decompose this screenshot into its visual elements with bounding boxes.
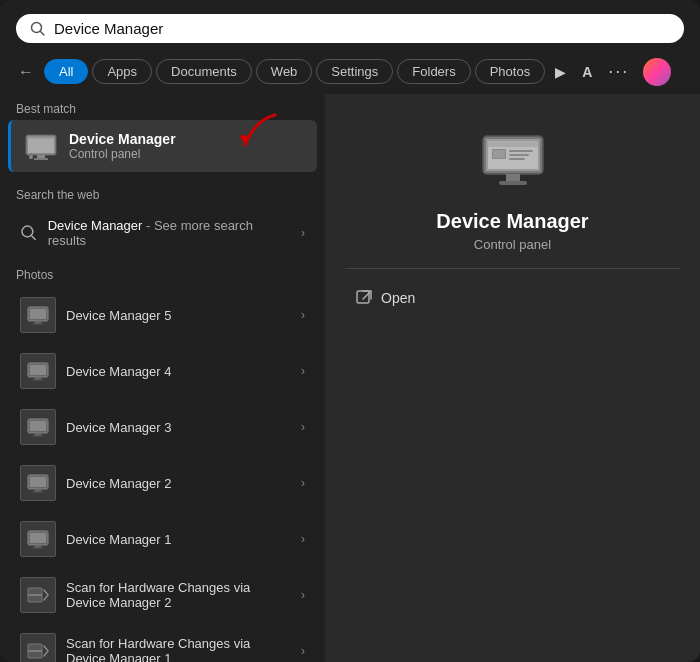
photo-thumb-icon xyxy=(20,409,56,445)
svg-line-1 xyxy=(41,31,45,35)
svg-rect-6 xyxy=(37,155,45,158)
best-match-title: Device Manager xyxy=(69,131,176,147)
list-item[interactable]: Device Manager 3 › xyxy=(8,400,317,454)
svg-rect-38 xyxy=(499,181,527,185)
svg-rect-16 xyxy=(30,365,46,375)
tab-photos[interactable]: Photos xyxy=(475,59,545,84)
best-match-text: Device Manager Control panel xyxy=(69,131,176,161)
svg-point-8 xyxy=(29,155,33,159)
photo-item-left: Device Manager 1 xyxy=(20,521,172,557)
chevron-right-icon: › xyxy=(301,644,305,658)
svg-rect-13 xyxy=(35,321,41,323)
svg-line-10 xyxy=(31,235,35,239)
scan-thumb-icon xyxy=(20,633,56,662)
web-search-left: Device Manager - See more search results xyxy=(20,218,291,248)
photo-item-left: Scan for Hardware Changes via Device Man… xyxy=(20,633,291,662)
device-manager-icon xyxy=(23,128,59,164)
list-item[interactable]: Device Manager 2 › xyxy=(8,456,317,510)
photo-item-text: Scan for Hardware Changes via Device Man… xyxy=(66,580,291,610)
svg-rect-40 xyxy=(488,141,538,147)
app-container: ← All Apps Documents Web Settings Folder… xyxy=(0,0,700,662)
open-button-label: Open xyxy=(381,290,415,306)
photo-thumb-icon xyxy=(20,353,56,389)
photo-item-left: Device Manager 4 xyxy=(20,353,172,389)
svg-rect-46 xyxy=(357,291,369,303)
tab-web[interactable]: Web xyxy=(256,59,313,84)
web-search-label: Search the web xyxy=(0,180,325,206)
web-search-text: Device Manager - See more search results xyxy=(48,218,291,248)
list-item[interactable]: Device Manager 4 › xyxy=(8,344,317,398)
photo-thumb-icon xyxy=(20,297,56,333)
svg-rect-4 xyxy=(28,137,54,153)
web-search-icon xyxy=(20,224,38,242)
photo-thumb-icon xyxy=(20,465,56,501)
svg-rect-5 xyxy=(28,137,54,139)
svg-rect-17 xyxy=(35,377,41,379)
list-item[interactable]: Device Manager 5 › xyxy=(8,288,317,342)
back-button[interactable]: ← xyxy=(12,59,40,85)
left-panel: Best match xyxy=(0,94,325,662)
tab-settings[interactable]: Settings xyxy=(316,59,393,84)
svg-rect-20 xyxy=(30,421,46,431)
chevron-right-icon: › xyxy=(301,420,305,434)
svg-rect-29 xyxy=(35,545,41,547)
open-link-icon xyxy=(355,289,373,307)
svg-rect-37 xyxy=(506,174,520,181)
chevron-right-icon: › xyxy=(301,532,305,546)
svg-rect-21 xyxy=(35,433,41,435)
svg-rect-42 xyxy=(493,150,505,158)
main-content: Best match xyxy=(0,94,700,662)
photo-item-left: Device Manager 5 xyxy=(20,297,172,333)
search-bar xyxy=(0,0,700,53)
tab-documents[interactable]: Documents xyxy=(156,59,252,84)
photo-item-left: Scan for Hardware Changes via Device Man… xyxy=(20,577,291,613)
tab-folders[interactable]: Folders xyxy=(397,59,470,84)
tab-apps[interactable]: Apps xyxy=(92,59,152,84)
photo-item-text: Device Manager 5 xyxy=(66,308,172,323)
svg-rect-25 xyxy=(35,489,41,491)
filter-tabs: ← All Apps Documents Web Settings Folder… xyxy=(0,53,700,94)
chevron-right-icon: › xyxy=(301,588,305,602)
svg-rect-26 xyxy=(33,491,43,493)
right-panel: Device Manager Control panel Open xyxy=(325,94,700,662)
svg-rect-14 xyxy=(33,323,43,325)
photo-thumb-icon xyxy=(20,521,56,557)
scan-thumb-icon xyxy=(20,577,56,613)
svg-rect-28 xyxy=(30,533,46,543)
divider xyxy=(345,268,680,269)
svg-rect-30 xyxy=(33,547,43,549)
photo-item-text: Scan for Hardware Changes via Device Man… xyxy=(66,636,291,662)
svg-rect-7 xyxy=(34,158,48,160)
list-item[interactable]: Scan for Hardware Changes via Device Man… xyxy=(8,568,317,622)
detail-title: Device Manager xyxy=(436,210,588,233)
svg-rect-44 xyxy=(509,154,529,156)
photos-label: Photos xyxy=(0,260,325,286)
avatar[interactable] xyxy=(643,58,671,86)
photo-item-text: Device Manager 1 xyxy=(66,532,172,547)
list-item[interactable]: Device Manager 1 › xyxy=(8,512,317,566)
more-button[interactable]: ··· xyxy=(602,57,635,86)
photo-item-text: Device Manager 4 xyxy=(66,364,172,379)
svg-rect-22 xyxy=(33,435,43,437)
best-match-item[interactable]: Device Manager Control panel xyxy=(8,120,317,172)
detail-device-manager-icon xyxy=(477,124,549,196)
chevron-right-icon: › xyxy=(301,364,305,378)
web-search-item[interactable]: Device Manager - See more search results… xyxy=(8,208,317,258)
play-button[interactable]: ▶ xyxy=(549,60,572,84)
best-match-subtitle: Control panel xyxy=(69,147,176,161)
detail-subtitle: Control panel xyxy=(474,237,551,252)
photo-item-text: Device Manager 3 xyxy=(66,420,172,435)
chevron-right-icon: › xyxy=(301,226,305,240)
svg-rect-18 xyxy=(33,379,43,381)
search-input[interactable] xyxy=(54,20,670,37)
svg-rect-43 xyxy=(509,150,533,152)
search-icon xyxy=(30,21,46,37)
search-input-wrapper[interactable] xyxy=(16,14,684,43)
best-match-label: Best match xyxy=(0,94,325,120)
letter-button[interactable]: A xyxy=(576,60,598,84)
web-search-query: Device Manager xyxy=(48,218,143,233)
open-button[interactable]: Open xyxy=(345,283,680,313)
photo-item-left: Device Manager 2 xyxy=(20,465,172,501)
tab-all[interactable]: All xyxy=(44,59,88,84)
list-item[interactable]: Scan for Hardware Changes via Device Man… xyxy=(8,624,317,662)
